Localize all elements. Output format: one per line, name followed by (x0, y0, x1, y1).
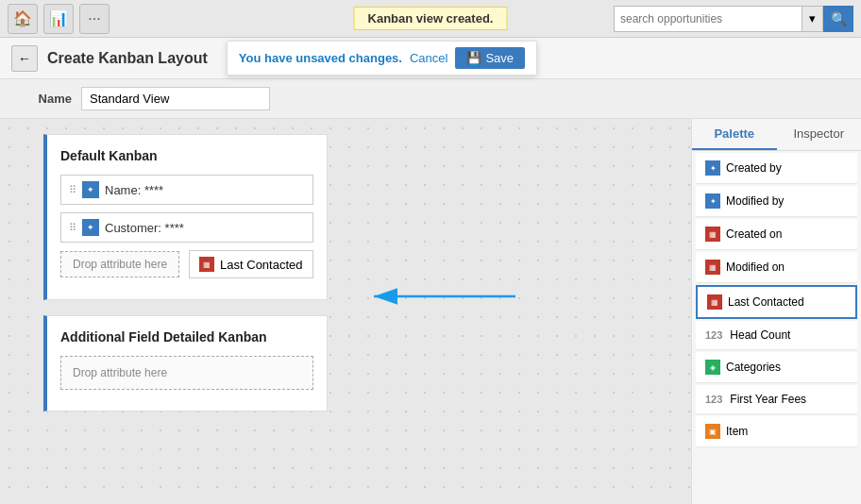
name-row: Name (0, 79, 861, 119)
save-button[interactable]: 💾 Save (455, 47, 525, 69)
panel-tabs: Palette Inspector (692, 119, 861, 151)
last-contacted-palette-label: Last Contacted (728, 295, 804, 309)
back-button[interactable]: ← (11, 45, 38, 72)
drag-handle[interactable]: ⠿ (69, 184, 76, 196)
save-icon: 💾 (466, 51, 481, 65)
last-contacted-chip: ▦ Last Contacted (189, 250, 312, 278)
name-input[interactable] (81, 87, 270, 110)
customer-field-icon: ✦ (82, 219, 99, 236)
palette-item-head-count[interactable]: 123 Head Count (696, 321, 857, 350)
modified-on-icon: ▦ (705, 260, 720, 275)
palette-item-item[interactable]: ▣ Item (696, 416, 857, 447)
name-field-label: Name: **** (105, 183, 163, 197)
first-year-fees-num: 123 (705, 394, 722, 405)
name-field-row: ⠿ ✦ Name: **** (60, 175, 313, 205)
drop-with-chip-row: Drop attribute here ▦ Last Contacted (60, 250, 313, 278)
chart-button[interactable]: 📊 (43, 4, 74, 34)
page-title: Create Kanban Layout (47, 50, 208, 67)
default-kanban-title: Default Kanban (60, 148, 313, 163)
last-contacted-palette-icon: ▦ (707, 294, 722, 310)
more-button[interactable]: ··· (79, 4, 110, 34)
unsaved-banner: You have unsaved changes. Cancel 💾 Save (227, 41, 537, 76)
palette-item-created-by[interactable]: ✦ Created by (696, 153, 857, 184)
palette-item-last-contacted[interactable]: ▦ Last Contacted (696, 285, 857, 319)
header-row: ← Create Kanban Layout You have unsaved … (0, 38, 861, 79)
customer-field-label: Customer: **** (105, 221, 184, 235)
save-label: Save (485, 51, 514, 65)
first-year-fees-label: First Year Fees (730, 393, 806, 406)
search-container: ▾ 🔍 (614, 6, 853, 32)
default-kanban-section: Default Kanban ⠿ ✦ Name: **** ⠿ ✦ Custom… (43, 134, 328, 300)
search-input[interactable] (614, 6, 802, 32)
main-content: Default Kanban ⠿ ✦ Name: **** ⠿ ✦ Custom… (0, 119, 861, 504)
back-icon: ← (18, 51, 31, 66)
created-by-icon: ✦ (705, 160, 720, 176)
top-bar: Kanban view created. 🏠 📊 ··· ▾ 🔍 (0, 0, 861, 38)
palette-item-created-on[interactable]: ▦ Created on (696, 219, 857, 250)
notification-text: Kanban view created. (368, 11, 494, 25)
customer-field-row: ⠿ ✦ Customer: **** (60, 212, 313, 243)
drop-zone-inline[interactable]: Drop attribute here (60, 251, 179, 277)
search-go-button[interactable]: 🔍 (823, 6, 853, 32)
canvas-area: Default Kanban ⠿ ✦ Name: **** ⠿ ✦ Custom… (0, 119, 691, 504)
palette-item-first-year-fees[interactable]: 123 First Year Fees (696, 385, 857, 414)
modified-by-icon: ✦ (705, 193, 720, 209)
right-panel: Palette Inspector ✦ Created by ✦ Modifie… (691, 119, 861, 504)
drop-label: Drop attribute here (73, 258, 167, 271)
chip-label: Last Contacted (220, 258, 302, 272)
palette-item-categories[interactable]: ◈ Categories (696, 352, 857, 383)
unsaved-text: You have unsaved changes. (239, 51, 402, 65)
categories-label: Categories (726, 361, 781, 374)
modified-by-label: Modified by (726, 194, 784, 208)
home-button[interactable]: 🏠 (8, 4, 38, 34)
palette-list: ✦ Created by ✦ Modified by ▦ Created on … (692, 151, 861, 504)
palette-item-modified-on[interactable]: ▦ Modified on (696, 252, 857, 283)
created-on-label: Created on (726, 227, 782, 241)
palette-item-modified-by[interactable]: ✦ Modified by (696, 186, 857, 217)
additional-drop-zone[interactable]: Drop attribute here (60, 356, 313, 390)
head-count-num: 123 (705, 329, 722, 341)
created-on-icon: ▦ (705, 227, 720, 242)
additional-drop-label: Drop attribute here (73, 366, 167, 379)
additional-kanban-title: Additional Field Detailed Kanban (60, 329, 313, 344)
head-count-label: Head Count (730, 328, 790, 342)
tab-inspector[interactable]: Inspector (777, 119, 862, 150)
name-label: Name (15, 92, 72, 106)
categories-icon: ◈ (705, 360, 720, 375)
tab-palette[interactable]: Palette (692, 119, 777, 150)
created-by-label: Created by (726, 161, 782, 175)
cancel-link[interactable]: Cancel (410, 51, 447, 65)
chip-icon: ▦ (199, 257, 214, 272)
drag-handle-2[interactable]: ⠿ (69, 222, 76, 234)
notification-banner: Kanban view created. (354, 7, 508, 30)
modified-on-label: Modified on (726, 260, 785, 274)
name-field-icon: ✦ (82, 181, 99, 198)
item-icon: ▣ (705, 424, 720, 439)
item-label: Item (726, 425, 748, 438)
additional-kanban-section: Additional Field Detailed Kanban Drop at… (43, 315, 328, 412)
search-dropdown-button[interactable]: ▾ (802, 6, 823, 32)
